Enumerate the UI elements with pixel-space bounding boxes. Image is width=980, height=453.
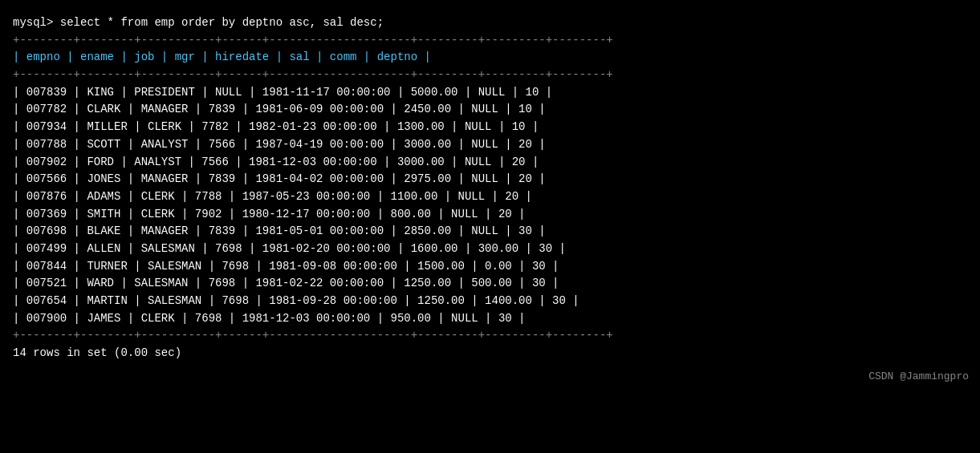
table-row: | 007788 | SCOTT | ANALYST | 7566 | 1987…	[13, 136, 967, 154]
table-row: | 007902 | FORD | ANALYST | 7566 | 1981-…	[13, 154, 967, 172]
command-line: mysql> select * from emp order by deptno…	[13, 14, 967, 32]
separator-mid: +--------+--------+-----------+------+--…	[13, 67, 967, 84]
table-row: | 007566 | JONES | MANAGER | 7839 | 1981…	[13, 171, 967, 188]
table-row: | 007782 | CLARK | MANAGER | 7839 | 1981…	[13, 101, 967, 119]
header-row: | empno | ename | job | mgr | hiredate |…	[13, 49, 967, 67]
watermark-text: CSDN @Jammingpro	[11, 370, 969, 382]
table-row: | 007499 | ALLEN | SALESMAN | 7698 | 198…	[13, 241, 967, 258]
table-row: | 007654 | MARTIN | SALESMAN | 7698 | 19…	[13, 293, 967, 310]
table-row: | 007698 | BLAKE | MANAGER | 7839 | 1981…	[13, 223, 967, 241]
separator-top: +--------+--------+-----------+------+--…	[13, 32, 967, 50]
table-row: | 007839 | KING | PRESIDENT | NULL | 198…	[13, 84, 967, 102]
table-row: | 007844 | TURNER | SALESMAN | 7698 | 19…	[13, 258, 967, 276]
table-row: | 007521 | WARD | SALESMAN | 7698 | 1981…	[13, 275, 967, 293]
footer-line: 14 rows in set (0.00 sec)	[13, 345, 967, 362]
table-row: | 007369 | SMITH | CLERK | 7902 | 1980-1…	[13, 206, 967, 224]
table-row: | 007934 | MILLER | CLERK | 7782 | 1982-…	[13, 119, 967, 136]
data-rows: | 007839 | KING | PRESIDENT | NULL | 198…	[13, 84, 967, 328]
separator-bot: +--------+--------+-----------+------+--…	[13, 327, 967, 345]
table-row: | 007876 | ADAMS | CLERK | 7788 | 1987-0…	[13, 188, 967, 206]
prompt-text: mysql> select * from emp order by deptno…	[13, 16, 384, 29]
terminal-output: mysql> select * from emp order by deptno…	[11, 8, 969, 369]
table-row: | 007900 | JAMES | CLERK | 7698 | 1981-1…	[13, 310, 967, 328]
